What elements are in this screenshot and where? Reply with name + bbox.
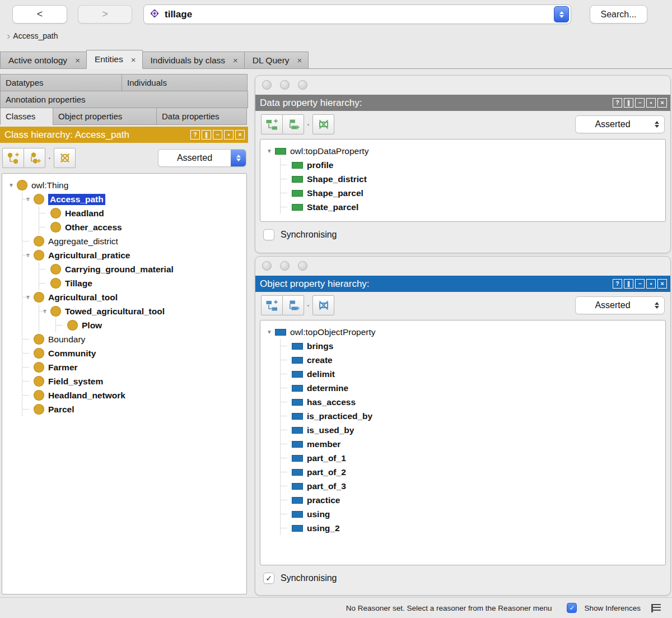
tree-item-profile[interactable]: profile (281, 158, 665, 172)
maximize-icon[interactable]: ▪ (224, 130, 234, 140)
tree-item-owl:topObjectProperty[interactable]: ▼owl:topObjectProperty (264, 325, 665, 339)
subtab-datatypes[interactable]: Datatypes (0, 74, 122, 91)
tree-item-State_parcel[interactable]: State_parcel (281, 200, 665, 214)
tab-dl-query[interactable]: DL Query× (244, 52, 309, 68)
tree-item-delimit[interactable]: delimit (281, 367, 665, 381)
subtab-data-properties[interactable]: Data properties (156, 108, 247, 125)
detach-icon[interactable]: ∥ (202, 130, 211, 140)
minimize-icon[interactable]: − (635, 279, 645, 289)
help-icon[interactable]: ? (613, 279, 622, 289)
delete-class-button[interactable] (54, 148, 76, 168)
delete-object-property-button[interactable] (312, 295, 334, 315)
add-sibling-object-property-button[interactable] (282, 295, 304, 315)
help-icon[interactable]: ? (613, 98, 622, 108)
tree-item-using_2[interactable]: using_2 (281, 521, 665, 535)
tab-close-icon[interactable]: × (233, 55, 238, 65)
add-subclass-button[interactable] (2, 148, 24, 168)
tree-item-Towed_agricultural_tool[interactable]: ▼Towed_agricultural_tool (39, 304, 246, 318)
tree-item-owl:topDataProperty[interactable]: ▼owl:topDataProperty (264, 144, 665, 158)
tree-item-Carrying_ground_material[interactable]: Carrying_ground_material (39, 262, 246, 276)
tree-item-Shape_parcel[interactable]: Shape_parcel (281, 186, 665, 200)
tree-item-Headland_network[interactable]: Headland_network (22, 388, 246, 402)
entity-search-combobox[interactable]: tillage (143, 4, 571, 24)
tree-item-Agricultural_pratice[interactable]: ▼Agricultural_pratice (22, 248, 246, 262)
tab-active-ontology[interactable]: Active ontology× (0, 52, 87, 68)
tree-item-using[interactable]: using (281, 507, 665, 521)
expand-toggle-icon[interactable]: ▼ (264, 148, 275, 154)
tree-item-Aggregate_district[interactable]: Aggregate_district (22, 234, 246, 248)
delete-data-property-button[interactable] (312, 114, 334, 134)
tree-item-Headland[interactable]: Headland (39, 206, 246, 220)
object-property-icon (292, 357, 303, 364)
expand-toggle-icon[interactable]: ▼ (22, 294, 34, 300)
show-inferences-checkbox[interactable]: ✓ (567, 603, 577, 613)
tab-entities[interactable]: Entities× (86, 50, 143, 69)
minimize-icon[interactable]: − (635, 98, 645, 108)
tree-item-Farmer[interactable]: Farmer (22, 360, 246, 374)
close-icon[interactable]: × (657, 98, 667, 108)
minimize-icon[interactable]: − (213, 130, 222, 140)
expand-toggle-icon[interactable]: ▼ (39, 308, 50, 314)
object-view-dropdown[interactable]: Asserted (575, 296, 665, 314)
detach-icon[interactable]: ∥ (624, 279, 633, 289)
tab-close-icon[interactable]: × (131, 55, 136, 64)
subtab-annotation-properties[interactable]: Annotation properties (0, 91, 248, 108)
object-view-dropdown-stepper[interactable] (650, 302, 664, 309)
tree-item-brings[interactable]: brings (281, 339, 665, 353)
tab-close-icon[interactable]: × (297, 55, 302, 65)
data-view-dropdown-stepper[interactable] (650, 121, 664, 128)
forward-button[interactable]: > (78, 5, 132, 24)
add-sub-data-property-button[interactable] (261, 114, 283, 134)
breadcrumb-item[interactable]: Access_path (13, 31, 58, 40)
tree-item-has_access[interactable]: has_access (281, 395, 665, 409)
object-synchronising-checkbox[interactable]: ✓ (263, 573, 274, 584)
tree-item-part_of_1[interactable]: part_of_1 (281, 451, 665, 465)
data-view-dropdown[interactable]: Asserted (575, 115, 665, 133)
expand-toggle-icon[interactable]: ▼ (6, 182, 17, 188)
add-sub-object-property-button[interactable] (261, 295, 283, 315)
tree-item-Boundary[interactable]: Boundary (22, 332, 246, 346)
class-view-dropdown-stepper[interactable] (231, 150, 246, 166)
tree-item-create[interactable]: create (281, 353, 665, 367)
tree-item-Community[interactable]: Community (22, 346, 246, 360)
tree-item-Field_system[interactable]: Field_system (22, 374, 246, 388)
tree-item-Agricultural_tool[interactable]: ▼Agricultural_tool (22, 290, 246, 304)
expand-toggle-icon[interactable]: ▼ (264, 329, 275, 335)
tree-item-Other_access[interactable]: Other_access (39, 220, 246, 234)
combobox-stepper[interactable] (554, 6, 569, 22)
tab-close-icon[interactable]: × (75, 55, 80, 65)
tree-item-determine[interactable]: determine (281, 381, 665, 395)
tab-individuals-by-class[interactable]: Individuals by class× (142, 52, 245, 68)
tree-item-is_practiced_by[interactable]: is_practiced_by (281, 409, 665, 423)
help-icon[interactable]: ? (190, 130, 200, 140)
expand-toggle-icon[interactable]: ▼ (22, 252, 34, 258)
tree-item-owl:Thing[interactable]: ▼owl:Thing (6, 178, 246, 192)
expand-toggle-icon[interactable]: ▼ (22, 196, 34, 202)
tree-item-part_of_2[interactable]: part_of_2 (281, 465, 665, 479)
close-icon[interactable]: × (657, 279, 667, 289)
tree-item-part_of_3[interactable]: part_of_3 (281, 479, 665, 493)
tree-item-Tillage[interactable]: Tillage (39, 276, 246, 290)
close-icon[interactable]: × (235, 130, 245, 140)
tree-item-is_used_by[interactable]: is_used_by (281, 423, 665, 437)
tree-item-Plow[interactable]: Plow (56, 318, 246, 332)
subtab-object-properties[interactable]: Object properties (53, 108, 157, 125)
tree-item-practice[interactable]: practice (281, 493, 665, 507)
detach-icon[interactable]: ∥ (624, 98, 633, 108)
tree-item-label: determine (307, 383, 348, 393)
search-button[interactable]: Search... (590, 5, 647, 24)
maximize-icon[interactable]: ▪ (646, 279, 656, 289)
class-view-dropdown[interactable]: Asserted (158, 149, 246, 167)
add-sibling-data-property-button[interactable] (282, 114, 304, 134)
data-synchronising-checkbox[interactable] (263, 229, 274, 240)
subtab-classes[interactable]: Classes (0, 108, 53, 125)
tree-item-Parcel[interactable]: Parcel (22, 402, 246, 416)
tree-item-Shape_district[interactable]: Shape_district (281, 172, 665, 186)
log-icon[interactable] (651, 604, 661, 612)
add-sibling-class-button[interactable] (24, 148, 45, 168)
tree-item-member[interactable]: member (281, 437, 665, 451)
tree-item-Access_path[interactable]: ▼Access_path (22, 192, 246, 206)
back-button[interactable]: < (12, 5, 67, 24)
subtab-individuals[interactable]: Individuals (122, 74, 248, 91)
maximize-icon[interactable]: ▪ (646, 98, 656, 108)
